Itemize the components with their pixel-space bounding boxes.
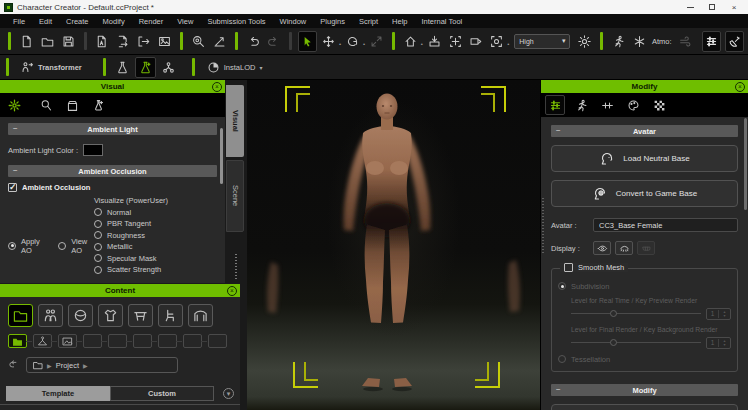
realtime-level-spinbox[interactable]: 1▴▾ <box>706 308 731 320</box>
subcategory-empty-slot[interactable] <box>83 334 102 348</box>
atmosphere-button[interactable] <box>630 31 649 52</box>
subcategory-image-button[interactable] <box>58 334 77 348</box>
scale-tool-button[interactable] <box>367 31 386 52</box>
undo-button[interactable] <box>244 31 263 52</box>
transformer-button[interactable]: Transformer <box>15 57 88 78</box>
menu-plugins[interactable]: Plugins <box>313 17 352 26</box>
category-cloth-button[interactable] <box>98 304 123 327</box>
ambient-occlusion-checkbox[interactable] <box>8 183 17 192</box>
subcategory-empty-slot[interactable] <box>133 334 152 348</box>
wind-button[interactable] <box>677 31 696 52</box>
avatar-section-header[interactable]: −Avatar <box>551 125 738 137</box>
maximize-button[interactable] <box>702 1 722 13</box>
instalod-caret-icon[interactable]: ▾ <box>259 64 262 71</box>
spinner-arrows-icon[interactable]: ▴▾ <box>718 339 730 347</box>
modify-panel-close-icon[interactable]: × <box>735 82 745 92</box>
display-eye-button[interactable] <box>593 241 611 255</box>
menu-modify[interactable]: Modify <box>96 17 132 26</box>
view-ao-option[interactable]: View AO <box>58 237 94 255</box>
broadcast-button[interactable] <box>725 31 744 52</box>
import-content-button[interactable] <box>425 31 444 52</box>
menu-render[interactable]: Render <box>132 17 171 26</box>
menu-script[interactable]: Script <box>352 17 385 26</box>
menu-submission-tools[interactable]: Submission Tools <box>200 17 272 26</box>
menu-create[interactable]: Create <box>59 17 96 26</box>
render-quality-select[interactable]: High▾ <box>514 34 570 49</box>
move-dropdown-icon[interactable]: • <box>339 41 341 47</box>
import-avatar-button[interactable] <box>93 31 112 52</box>
effect-tab[interactable] <box>88 95 108 115</box>
visualize-option-pbr-tangent[interactable]: PBR Tangent <box>94 219 219 228</box>
rotate-dropdown-icon[interactable]: • <box>363 41 365 47</box>
specular-mask-radio[interactable] <box>94 254 102 262</box>
visualize-option-specular-mask[interactable]: Specular Mask <box>94 254 219 263</box>
modify-panel-header[interactable]: Modify × <box>541 80 748 93</box>
camera-dropdown-icon[interactable]: • <box>507 41 509 47</box>
attribute-tab[interactable] <box>545 95 565 115</box>
lighting-button[interactable] <box>575 31 594 52</box>
content-panel-header[interactable]: Content × <box>0 284 240 297</box>
zoom-to-avatar-button[interactable] <box>189 31 208 52</box>
lamp-tab[interactable] <box>36 95 56 115</box>
visualize-option-metallic[interactable]: Metallic <box>94 242 219 251</box>
display-teeth-button[interactable] <box>637 241 655 255</box>
send-to-button[interactable] <box>134 31 153 52</box>
home-camera-button[interactable] <box>401 31 420 52</box>
collapse-icon[interactable]: − <box>13 123 18 134</box>
display-lashes-button[interactable] <box>615 241 633 255</box>
tessellation-radio[interactable] <box>558 355 566 363</box>
camera-frame-button[interactable] <box>487 31 506 52</box>
subdivision-radio[interactable] <box>558 282 566 290</box>
bake-special-button[interactable] <box>135 57 156 78</box>
visualize-option-normal[interactable]: Normal <box>94 208 219 217</box>
save-project-button[interactable] <box>59 31 78 52</box>
subcategory-avatar-button[interactable] <box>33 334 52 348</box>
visualize-option-scatter-strength[interactable]: Scatter Strength <box>94 265 219 274</box>
visual-panel-close-icon[interactable]: × <box>212 82 222 92</box>
ambient-occlusion-section-header[interactable]: −Ambient Occlusion <box>8 165 217 177</box>
close-button[interactable]: × <box>724 1 744 13</box>
subdivision-option[interactable]: Subdivision <box>558 282 731 291</box>
realtime-slider-thumb[interactable] <box>610 310 617 317</box>
category-avatar-button[interactable] <box>38 304 63 327</box>
motion-tab[interactable] <box>571 95 591 115</box>
realtime-level-slider[interactable] <box>571 313 701 314</box>
pbr-tangent-radio[interactable] <box>94 220 102 228</box>
select-tool-button[interactable] <box>298 31 317 52</box>
ambient-light-section-header[interactable]: −Ambient Light <box>8 123 217 135</box>
rotate-tool-button[interactable] <box>343 31 362 52</box>
content-panel-close-icon[interactable]: × <box>227 286 237 296</box>
viewport-3d[interactable] <box>247 80 540 410</box>
modify-scrollbar[interactable] <box>744 118 747 210</box>
redo-button[interactable] <box>264 31 283 52</box>
subcategory-empty-slot[interactable] <box>183 334 202 348</box>
collapse-icon[interactable]: − <box>556 384 561 395</box>
breadcrumb-folder-label[interactable]: Project <box>56 361 79 370</box>
tab-scene[interactable]: Scene <box>226 160 244 232</box>
apply-ao-option[interactable]: Apply AO <box>8 237 46 255</box>
modify-drag-handle[interactable] <box>542 198 544 254</box>
ambient-light-color-swatch[interactable] <box>83 144 103 156</box>
new-project-button[interactable] <box>17 31 36 52</box>
render-image-button[interactable] <box>155 31 174 52</box>
expand-chevron-icon[interactable]: ▾ <box>223 388 234 399</box>
visual-settings-button[interactable] <box>702 31 721 52</box>
back-arrow-icon[interactable] <box>8 359 20 371</box>
motion-preview-button[interactable] <box>609 31 628 52</box>
menu-file[interactable]: File <box>6 17 32 26</box>
move-tool-button[interactable] <box>319 31 338 52</box>
tab-visual[interactable]: Visual <box>226 85 244 157</box>
visual-settings-tab[interactable] <box>4 95 24 115</box>
tab-custom[interactable]: Custom <box>110 386 214 401</box>
pose-offset-button[interactable]: Pose Offset <box>551 404 738 410</box>
category-accessory-button[interactable] <box>128 304 153 327</box>
collapse-icon[interactable]: − <box>556 125 561 136</box>
category-animation-button[interactable] <box>158 304 183 327</box>
collapse-icon[interactable]: − <box>13 165 18 176</box>
roughness-radio[interactable] <box>94 231 102 239</box>
menu-help[interactable]: Help <box>385 17 414 26</box>
export-file-button[interactable] <box>113 31 132 52</box>
container-tab[interactable] <box>62 95 82 115</box>
view-ao-radio[interactable] <box>58 242 66 250</box>
refresh-view-button[interactable] <box>467 31 486 52</box>
